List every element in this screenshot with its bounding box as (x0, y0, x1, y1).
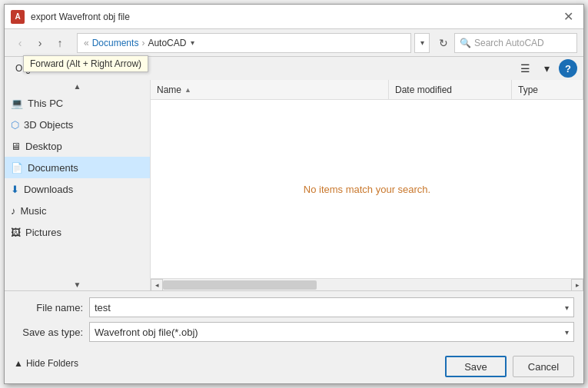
empty-message: No items match your search. (304, 184, 430, 195)
empty-state: No items match your search. (151, 100, 583, 278)
sidebar-item-label: This PC (28, 98, 63, 109)
search-placeholder: Search AutoCAD (474, 38, 544, 48)
3d-objects-icon: ⬡ (11, 119, 19, 131)
filetype-label: Save as type: (14, 327, 83, 338)
sidebar-item-music[interactable]: ♪ Music (5, 200, 150, 221)
breadcrumb-sep1: › (141, 38, 145, 48)
hscroll-track[interactable] (163, 279, 571, 291)
view-button[interactable]: ☰ (516, 59, 534, 78)
bottom-area: File name: test ▾ Save as type: Wavefron… (5, 291, 583, 383)
filename-row: File name: test ▾ (14, 297, 574, 317)
nav-toolbar: ‹ › Forward (Alt + Right Arrow) ↑ « Docu… (5, 29, 583, 57)
hscroll-right-btn[interactable]: ▸ (571, 279, 583, 291)
help-button[interactable]: ? (559, 59, 577, 78)
sidebar-scroll-down[interactable]: ▼ (5, 278, 150, 290)
title-bar: A export Wavefront obj file ✕ (5, 5, 583, 29)
forward-button[interactable]: › (31, 34, 49, 52)
filename-dropdown-arrow: ▾ (565, 303, 569, 312)
sidebar-item-label: Documents (28, 162, 78, 174)
breadcrumb-prefix: « (84, 38, 89, 48)
sidebar-item-label: Downloads (24, 184, 73, 195)
col-date-label: Date modified (395, 85, 452, 95)
sidebar-item-label: Desktop (25, 141, 62, 152)
this-pc-icon: 💻 (11, 98, 23, 109)
search-box: 🔍 Search AutoCAD (454, 33, 577, 53)
close-button[interactable]: ✕ (559, 8, 577, 26)
col-name-label: Name (157, 85, 181, 95)
sidebar-item-documents[interactable]: 📄 Documents (5, 157, 150, 178)
sidebar: ▲ 💻 This PC ⬡ 3D Objects 🖥 Desktop (5, 80, 150, 290)
hscroll-left-btn[interactable]: ◂ (151, 279, 163, 291)
filename-value: test (95, 302, 111, 313)
hscroll-area: ◂ ▸ (151, 278, 583, 290)
pictures-icon: 🖼 (11, 227, 21, 238)
refresh-button[interactable]: ↻ (434, 34, 453, 52)
filetype-dropdown-arrow: ▾ (565, 328, 569, 337)
breadcrumb-dropdown-btn[interactable]: ▾ (414, 33, 430, 53)
dialog-title: export Wavefront obj file (31, 12, 559, 22)
filetype-input[interactable]: Wavefront obj file(*.obj) ▾ (89, 322, 574, 342)
sidebar-item-downloads[interactable]: ⬇ Downloads (5, 178, 150, 200)
search-icon: 🔍 (460, 38, 471, 48)
forward-tooltip-container: › Forward (Alt + Right Arrow) (31, 34, 49, 52)
music-icon: ♪ (11, 205, 16, 217)
hscroll-thumb[interactable] (163, 280, 317, 290)
col-header-type[interactable]: Type (512, 80, 583, 99)
app-icon: A (11, 10, 25, 24)
bottom-footer: ▲ Hide Folders Save Cancel (14, 347, 574, 377)
sidebar-item-this-pc[interactable]: 💻 This PC (5, 92, 150, 114)
col-type-label: Type (518, 85, 538, 95)
sidebar-item-label: Pictures (25, 227, 61, 238)
breadcrumb-documents[interactable]: Documents (92, 38, 139, 48)
file-area: Name ▲ Date modified Type No items match… (151, 80, 583, 278)
documents-icon: 📄 (11, 162, 23, 174)
filename-input[interactable]: test ▾ (89, 297, 574, 317)
hide-folders-button[interactable]: ▲ Hide Folders (14, 358, 78, 369)
hide-folders-icon: ▲ (14, 358, 23, 369)
save-button[interactable]: Save (445, 356, 507, 377)
breadcrumb-autocad: AutoCAD (148, 38, 186, 48)
filename-label: File name: (14, 302, 83, 313)
col-header-name[interactable]: Name ▲ (151, 80, 389, 99)
forward-tooltip: Forward (Alt + Right Arrow) (23, 55, 148, 72)
sidebar-scroll: 💻 This PC ⬡ 3D Objects 🖥 Desktop 📄 Docum… (5, 92, 150, 278)
sidebar-scroll-up[interactable]: ▲ (5, 80, 150, 92)
breadcrumb-arrow: ▾ (191, 38, 194, 47)
col-header-date[interactable]: Date modified (389, 80, 512, 99)
view-dropdown-button[interactable]: ▾ (537, 59, 556, 78)
hide-folders-label: Hide Folders (26, 358, 78, 369)
filetype-row: Save as type: Wavefront obj file(*.obj) … (14, 322, 574, 342)
up-button[interactable]: ↑ (51, 34, 69, 52)
sidebar-item-desktop[interactable]: 🖥 Desktop (5, 135, 150, 157)
file-header: Name ▲ Date modified Type (151, 80, 583, 100)
sidebar-item-label: 3D Objects (24, 119, 73, 131)
sidebar-item-3d-objects[interactable]: ⬡ 3D Objects (5, 114, 150, 135)
back-button[interactable]: ‹ (11, 34, 29, 52)
main-area: ▲ 💻 This PC ⬡ 3D Objects 🖥 Desktop (5, 80, 583, 291)
export-dialog: A export Wavefront obj file ✕ ‹ › Forwar… (4, 4, 584, 384)
cancel-button[interactable]: Cancel (513, 356, 574, 377)
action-row: Save Cancel (445, 356, 574, 377)
sidebar-item-label: Music (21, 205, 47, 217)
sort-arrow: ▲ (184, 86, 191, 94)
sidebar-item-pictures[interactable]: 🖼 Pictures (5, 221, 150, 243)
breadcrumb-bar: « Documents › AutoCAD ▾ (77, 33, 411, 53)
desktop-icon: 🖥 (11, 141, 21, 152)
downloads-icon: ⬇ (11, 184, 19, 195)
filetype-value: Wavefront obj file(*.obj) (95, 327, 198, 338)
